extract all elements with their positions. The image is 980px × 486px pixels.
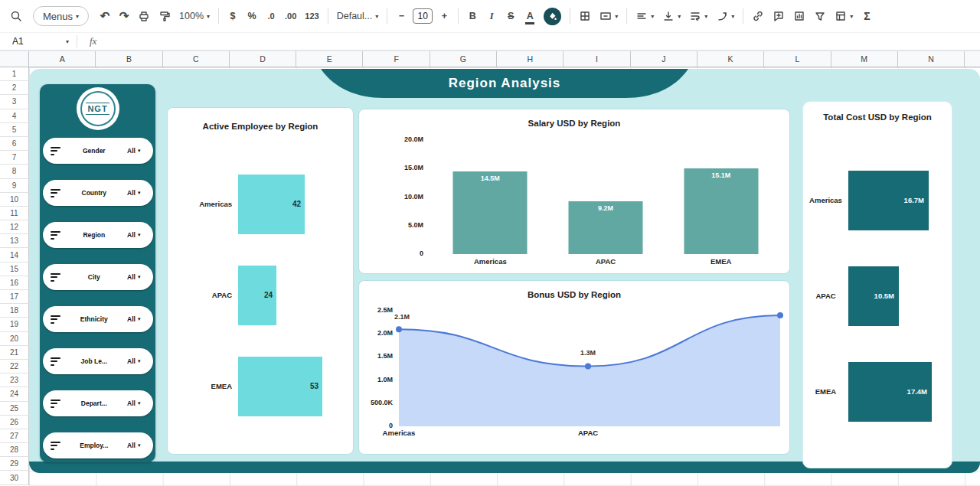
text-wrap-button[interactable]: ▾ [685, 6, 711, 26]
vertical-align-button[interactable]: ▾ [658, 6, 684, 26]
row-header[interactable]: 22 [0, 360, 29, 373]
create-filter-button[interactable] [810, 6, 830, 26]
row-header[interactable]: 7 [0, 151, 29, 165]
filter-button[interactable]: CountryAll▾ [43, 180, 153, 206]
column-header[interactable]: K [697, 51, 764, 67]
row-header[interactable]: 24 [0, 387, 29, 401]
row-header[interactable]: 8 [0, 165, 29, 178]
row-header[interactable]: 18 [0, 304, 29, 318]
row-header[interactable]: 27 [0, 429, 29, 443]
name-box[interactable]: A1 ▾ [8, 36, 74, 47]
bonus-area-chart: 2.1M1.3M [394, 311, 782, 426]
value-label: 24 [264, 291, 273, 299]
row-header[interactable]: 23 [0, 373, 29, 387]
row-header[interactable]: 4 [0, 109, 29, 123]
column-header[interactable]: E [296, 51, 363, 67]
strikethrough-button[interactable]: S [501, 6, 520, 26]
row-header[interactable]: 14 [0, 248, 29, 262]
row-header[interactable]: 30 [0, 471, 29, 484]
select-all-corner[interactable] [0, 51, 29, 67]
row-header[interactable]: 16 [0, 276, 29, 290]
text-rotation-button[interactable]: ▾ [712, 6, 738, 26]
column-header[interactable] [965, 51, 980, 67]
column-header[interactable]: M [831, 51, 898, 67]
column-header[interactable]: D [230, 51, 296, 67]
zoom-select[interactable]: 100% ▾ [175, 6, 214, 26]
font-select[interactable]: Defaul... ▾ [333, 6, 383, 26]
column-header[interactable]: H [497, 51, 564, 67]
horizontal-align-button[interactable]: ▾ [632, 6, 658, 26]
increase-font-size-button[interactable]: + [435, 6, 453, 26]
column-header[interactable]: I [564, 51, 630, 67]
row-header[interactable]: 5 [0, 123, 29, 137]
column-header[interactable]: L [764, 51, 831, 67]
column-header[interactable]: J [631, 51, 697, 67]
font-size-input[interactable]: 10 [413, 8, 433, 24]
insert-comment-button[interactable] [769, 6, 789, 26]
row-header[interactable]: 17 [0, 290, 29, 304]
row-header[interactable]: 20 [0, 332, 29, 346]
column-header[interactable]: B [96, 51, 162, 67]
toolbar-divider [458, 8, 459, 24]
row-header[interactable]: 11 [0, 207, 29, 220]
text-color-button[interactable]: A [521, 6, 539, 26]
filter-button[interactable]: EthnicityAll▾ [43, 306, 153, 332]
filter-button[interactable]: Depart...All▾ [43, 390, 153, 416]
decrease-font-size-button[interactable]: − [392, 6, 410, 26]
row-header[interactable]: 29 [0, 457, 29, 471]
row-header[interactable]: 10 [0, 193, 29, 207]
filter-button[interactable]: Job Le...All▾ [43, 348, 153, 374]
bar: 42 [238, 175, 305, 234]
row-header[interactable]: 28 [0, 443, 29, 457]
row-header[interactable]: 3 [0, 95, 29, 109]
currency-format-button[interactable]: $ [224, 6, 242, 26]
row-header[interactable]: 1 [0, 67, 29, 81]
merge-cells-button[interactable]: ▾ [596, 6, 622, 26]
increase-decimal-button[interactable]: .00 [281, 6, 300, 26]
row-header[interactable]: 12 [0, 220, 29, 234]
italic-button[interactable]: I [482, 6, 501, 26]
filter-icon [51, 147, 61, 155]
decrease-decimal-button[interactable]: .0 [262, 6, 280, 26]
row-header[interactable]: 13 [0, 234, 29, 248]
insert-link-button[interactable] [748, 6, 768, 26]
filter-button[interactable]: Employ...All▾ [43, 432, 153, 458]
row-header[interactable]: 9 [0, 179, 29, 193]
row-header[interactable]: 19 [0, 318, 29, 331]
print-button[interactable] [134, 6, 154, 26]
row-header[interactable]: 21 [0, 346, 29, 360]
paint-format-button[interactable] [155, 6, 175, 26]
chevron-down-icon: ▾ [615, 13, 618, 20]
row-header[interactable]: 6 [0, 137, 29, 151]
redo-button[interactable]: ↷ [115, 6, 133, 26]
filter-button[interactable]: RegionAll▾ [43, 222, 153, 248]
axis-tick-label: 2.0M [359, 329, 393, 337]
filter-button[interactable]: GenderAll▾ [43, 138, 153, 164]
table-views-button[interactable]: ▾ [831, 6, 857, 26]
column-header[interactable]: F [363, 51, 430, 67]
insert-chart-button[interactable] [789, 6, 809, 26]
undo-button[interactable]: ↶ [96, 6, 114, 26]
column-header[interactable]: G [430, 51, 497, 67]
filter-button[interactable]: CityAll▾ [43, 264, 153, 290]
chevron-down-icon: ▾ [138, 316, 141, 322]
functions-button[interactable]: Σ [858, 6, 876, 26]
percent-format-button[interactable]: % [243, 6, 261, 26]
search-icon[interactable] [6, 6, 26, 26]
column-header[interactable]: C [163, 51, 230, 67]
borders-button[interactable] [575, 6, 595, 26]
bold-button[interactable]: B [463, 6, 482, 26]
column-header[interactable]: A [29, 51, 96, 67]
row-header[interactable]: 2 [0, 81, 29, 95]
row-header[interactable]: 26 [0, 416, 29, 429]
fill-color-button[interactable] [540, 6, 565, 26]
category-label: Americas [433, 257, 548, 266]
column-header[interactable]: N [898, 51, 965, 67]
category-label: Americas [168, 200, 238, 208]
more-formats-button[interactable]: 123 [301, 6, 322, 26]
row-header[interactable]: 25 [0, 402, 29, 416]
row-header[interactable]: 15 [0, 263, 29, 276]
filter-value: All [127, 231, 136, 239]
menus-button[interactable]: Menus ▾ [33, 6, 89, 26]
value-label: 17.4M [907, 387, 927, 396]
